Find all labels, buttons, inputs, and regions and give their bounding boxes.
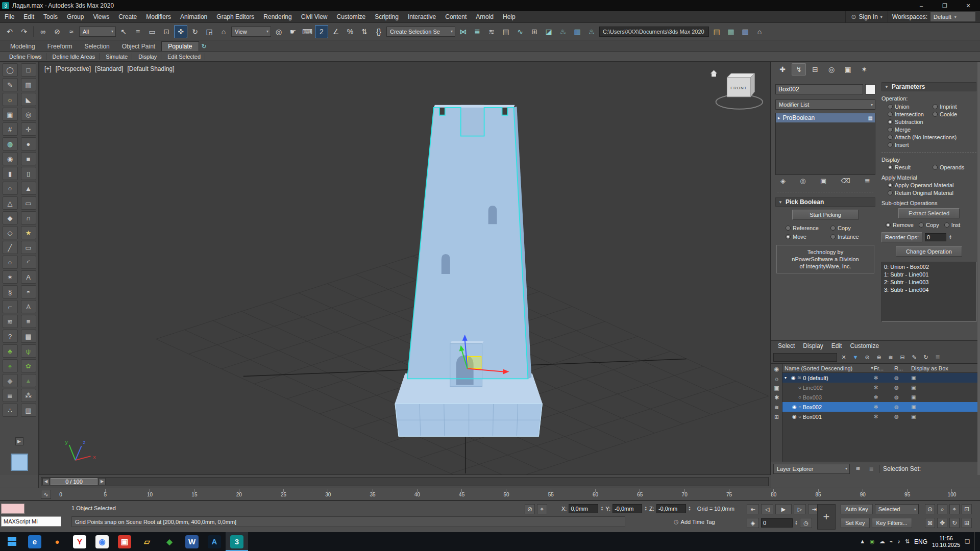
sphere-icon[interactable]: ● — [21, 137, 36, 151]
scene-explorer-row[interactable]: ▾ ◉ ≋ ○ Line002 ✻ ◍ ▣ — [782, 383, 977, 392]
flower-icon[interactable]: ✿ — [21, 359, 36, 372]
menu-item[interactable]: Scripting — [370, 11, 403, 22]
display-as-box-column-header[interactable]: Display as Box — [911, 365, 977, 371]
hidden-icons-arrow[interactable]: ▲ — [860, 538, 865, 545]
cylinder-icon[interactable]: ▮ — [3, 167, 18, 180]
radio-icon[interactable] — [888, 112, 893, 117]
autocad-icon[interactable]: A — [203, 532, 226, 551]
torus-icon[interactable]: ○ — [3, 182, 18, 195]
curve-editor-icon[interactable]: ∿ — [513, 25, 527, 38]
open-mini-curve-editor-button[interactable]: ∿ — [41, 490, 51, 499]
perspective-viewport[interactable]: [+] [Perspective] [Standard] [Default Sh… — [39, 62, 771, 475]
cloud-icon[interactable]: ☁ — [879, 538, 885, 545]
edit-named-selection-sets-icon[interactable]: {} — [372, 25, 385, 38]
rectangle-shape-icon[interactable]: ▭ — [21, 241, 36, 254]
ribbon-tab[interactable]: Freeform — [41, 42, 79, 51]
material-option-radio[interactable]: Apply Operand Material — [888, 182, 976, 188]
operation-radio[interactable]: Subtraction — [888, 119, 976, 125]
expander-icon[interactable]: ▸ — [778, 115, 780, 120]
modifier-list-combo[interactable]: Modifier List▾ — [775, 99, 875, 110]
select-object-icon[interactable]: ↖ — [117, 25, 130, 38]
display-as-box-toggle-icon[interactable]: ▣ — [911, 394, 977, 400]
menu-item[interactable]: Content — [440, 11, 471, 22]
renderable-toggle-icon[interactable]: ◍ — [894, 394, 911, 400]
extract-selected-button[interactable]: Extract Selected — [898, 208, 960, 218]
panel-scrollbar[interactable] — [977, 62, 980, 475]
go-to-start-button[interactable]: ⇤ — [747, 504, 759, 514]
zoom-all-icon[interactable]: ⌖ — [949, 504, 960, 514]
menu-item[interactable]: Customize — [332, 11, 371, 22]
scene-explorer-row[interactable]: ▾ ◉ ≋ ○ Box002 ✻ ◍ ▣ — [782, 402, 977, 412]
camera-icon[interactable]: ▣ — [3, 108, 18, 121]
eye-icon[interactable]: ◉ — [792, 404, 797, 410]
filter-icon[interactable]: ▼ — [850, 353, 861, 362]
eye-icon[interactable]: ◉ — [791, 375, 796, 381]
layer-explorer-combo[interactable]: Layer Explorer▾ — [773, 464, 850, 474]
radio-icon[interactable] — [888, 190, 893, 195]
add-key-button[interactable]: + — [817, 504, 836, 530]
start-button[interactable] — [0, 532, 23, 551]
operation-radio[interactable]: Cookie — [933, 111, 976, 117]
radio-icon[interactable] — [888, 165, 893, 170]
select-region-icon[interactable]: □ — [21, 63, 36, 77]
keyboard-shortcut-override-icon[interactable]: ⌨ — [301, 25, 314, 38]
operation-radio[interactable]: Insert — [888, 142, 976, 148]
display-materials-icon[interactable]: ⊞ — [774, 414, 779, 420]
radio-icon[interactable] — [786, 226, 791, 231]
parameters-rollout-header[interactable]: ▼ Parameters — [881, 82, 976, 91]
expand-panel-arrow[interactable]: ▶ — [15, 437, 23, 445]
scene-explorer-row[interactable]: ▾ ◉ ≋ ○ Box001 ✻ ◍ ▣ — [782, 412, 977, 421]
material-option-radio[interactable]: Retain Original Material — [888, 190, 976, 196]
subobject-mode-radio[interactable]: Copy — [919, 222, 939, 228]
renderable-toggle-icon[interactable]: ◍ — [894, 414, 911, 419]
spring-icon[interactable]: ≋ — [3, 315, 18, 328]
mirror-icon[interactable]: ⋈ — [456, 25, 470, 38]
operation-radio[interactable]: Imprint — [933, 104, 976, 110]
display-geometry-icon[interactable]: ▣ — [774, 385, 779, 391]
word-icon[interactable]: W — [181, 532, 203, 551]
viewcube-top-face[interactable] — [727, 73, 754, 78]
help-home-icon[interactable]: ⌂ — [753, 25, 766, 38]
angle-snap-icon[interactable]: ∠ — [329, 25, 342, 38]
list-view-icon[interactable]: ≣ — [866, 464, 876, 473]
radio-icon[interactable] — [888, 119, 893, 124]
3ds-max-icon[interactable]: 3 — [226, 532, 248, 551]
lock-explorer-icon[interactable]: ⊘ — [862, 353, 872, 362]
orbit-icon[interactable]: ↻ — [949, 518, 960, 528]
ribbon-button[interactable]: Edit Selected — [163, 53, 205, 60]
tube-icon[interactable]: ▯ — [21, 167, 36, 180]
render-column-header[interactable]: R... — [894, 365, 911, 371]
radio-icon[interactable] — [888, 127, 893, 132]
reorder-ops-button[interactable]: Reorder Ops: — [881, 232, 922, 242]
operation-radio[interactable]: Union — [888, 104, 932, 110]
display-helpers-icon[interactable]: ✱ — [774, 394, 779, 401]
boolean-operations-list[interactable]: 0: Union - Box0021: Subtr - Line0012: Su… — [881, 262, 976, 322]
add-layer-icon[interactable]: ⊕ — [874, 353, 884, 362]
rock-icon[interactable]: ◆ — [3, 374, 18, 387]
damper-icon[interactable]: ≡ — [21, 315, 36, 328]
boolean-operation-item[interactable]: 3: Subtr - Line004 — [884, 286, 974, 294]
paint-select-icon[interactable]: ✎ — [3, 78, 18, 91]
viewport-menu-shading[interactable]: [Default Shading] — [127, 65, 174, 72]
explorer-search-input[interactable] — [773, 353, 837, 362]
menu-item[interactable]: Edit — [19, 11, 39, 22]
display-as-box-toggle-icon[interactable]: ▣ — [911, 404, 977, 410]
key-filters-button[interactable]: Key Filters... — [872, 518, 912, 528]
scene-explorer-row[interactable]: ▾ ◉ ≋ ○ Box003 ✻ ◍ ▣ — [782, 392, 977, 402]
display-as-box-toggle-icon[interactable]: ▣ — [911, 385, 977, 390]
boolean-operation-item[interactable]: 1: Subtr - Line001 — [884, 271, 974, 279]
ribbon-config-icon[interactable]: ↻ — [199, 42, 209, 51]
close-button[interactable]: ✕ — [957, 0, 980, 11]
time-configuration-button[interactable]: ◷ — [800, 518, 812, 528]
y-coordinate-field[interactable] — [612, 504, 642, 513]
viewport-menu-view[interactable]: [Perspective] — [56, 65, 91, 72]
select-and-link-icon[interactable]: ∞ — [36, 25, 50, 38]
spinner-arrows[interactable]: ▲▼ — [949, 235, 952, 240]
ribbon-button[interactable]: Display — [134, 53, 161, 60]
refresh-icon[interactable]: ↻ — [921, 353, 931, 362]
previous-frame-button[interactable]: ◁ — [761, 504, 773, 514]
zoom-region-icon[interactable]: ⊠ — [925, 518, 935, 528]
explorer-menu-item[interactable]: Display — [799, 342, 826, 349]
notification-center-icon[interactable]: ❏ — [965, 538, 970, 545]
menu-item[interactable]: Views — [88, 11, 114, 22]
